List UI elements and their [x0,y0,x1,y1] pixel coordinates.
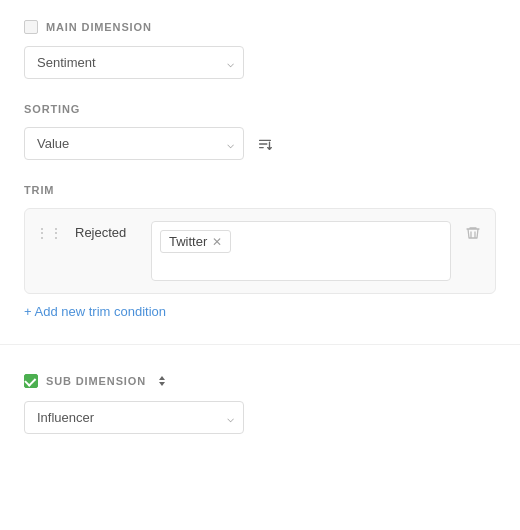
tag-close-icon[interactable]: ✕ [212,236,222,248]
trim-section: TRIM ⋮⋮ Rejected Twitter ✕ + Add new tri… [24,184,496,320]
sub-dimension-label: SUB DIMENSION [46,375,146,387]
add-trim-link[interactable]: + Add new trim condition [24,304,166,319]
main-dimension-label: MAIN DIMENSION [46,21,152,33]
drag-handle-icon[interactable]: ⋮⋮ [35,223,63,241]
sort-order-icon[interactable] [256,135,274,153]
trim-table: ⋮⋮ Rejected Twitter ✕ [24,208,496,294]
sub-dimension-select-wrapper: Influencer ⌵ [24,401,244,434]
sorting-header: SORTING [24,103,496,115]
main-dimension-checkbox[interactable] [24,20,38,34]
delete-row-icon[interactable] [463,223,483,247]
sorting-select-wrapper: Value ⌵ [24,127,244,160]
trim-condition-label: Rejected [75,221,139,240]
sub-dimension-checkbox[interactable] [24,374,38,388]
main-dimension-section: MAIN DIMENSION Sentiment ⌵ [24,20,496,79]
sorting-section: SORTING Value ⌵ [24,103,496,160]
sub-dimension-sort-icon[interactable] [154,373,170,389]
table-row: ⋮⋮ Rejected Twitter ✕ [25,209,495,293]
trim-tags-area[interactable]: Twitter ✕ [151,221,451,281]
main-dimension-select-wrapper: Sentiment ⌵ [24,46,244,79]
sorting-label: SORTING [24,103,80,115]
tag-twitter: Twitter ✕ [160,230,231,253]
sorting-row: Value ⌵ [24,127,496,160]
trim-label: TRIM [24,184,54,196]
sub-dimension-header: SUB DIMENSION [24,373,496,389]
section-divider [0,344,520,345]
main-dimension-header: MAIN DIMENSION [24,20,496,34]
tag-label: Twitter [169,234,207,249]
main-dimension-select[interactable]: Sentiment [24,46,244,79]
sub-dimension-section: SUB DIMENSION Influencer ⌵ [24,373,496,434]
sorting-select[interactable]: Value [24,127,244,160]
trim-header: TRIM [24,184,496,196]
sub-dimension-select[interactable]: Influencer [24,401,244,434]
